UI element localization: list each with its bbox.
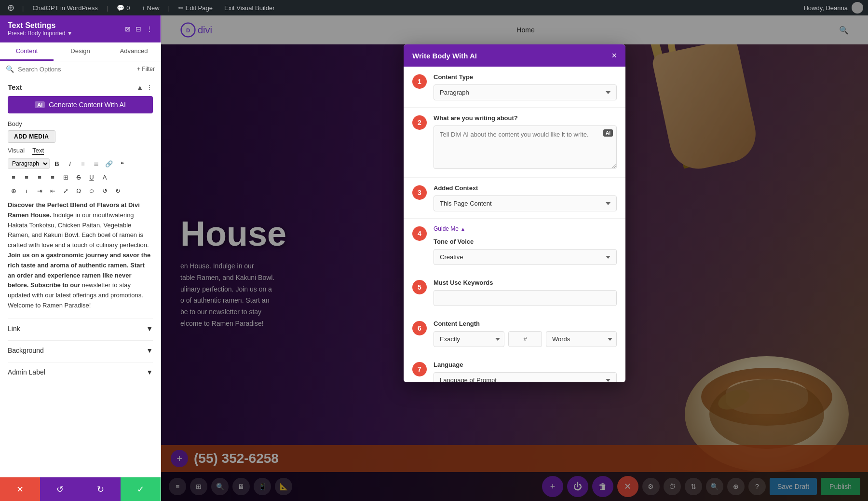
cancel-button[interactable]: ✕ bbox=[0, 477, 40, 501]
content-length-row: Exactly At least At most About Words Sen… bbox=[434, 331, 617, 347]
text-section-collapse[interactable]: ▲ bbox=[136, 84, 143, 91]
reset-button[interactable]: ↺ bbox=[40, 477, 80, 501]
admin-bar-howdy: Howdy, Deanna bbox=[803, 2, 863, 14]
wp-logo-icon[interactable]: ⊕ bbox=[5, 2, 16, 14]
unordered-list-button[interactable]: ≡ bbox=[77, 158, 89, 169]
bold-button[interactable]: B bbox=[51, 158, 63, 169]
ordered-list-button[interactable]: ≣ bbox=[90, 158, 102, 169]
site-preview: D divi Home 🔍 bbox=[161, 15, 868, 501]
outdent-button[interactable]: ⇤ bbox=[47, 185, 58, 196]
align-center-button[interactable]: ≡ bbox=[21, 171, 32, 183]
add-media-button[interactable]: ADD MEDIA bbox=[8, 130, 55, 143]
step-2-content: What are you writing about? AI bbox=[434, 114, 617, 170]
sidebar-preset[interactable]: Preset: Body Imported ▼ bbox=[8, 30, 73, 37]
search-icon: 🔍 bbox=[6, 65, 14, 73]
modal-close-button[interactable]: × bbox=[611, 51, 617, 60]
step-1-label: Content Type bbox=[434, 73, 617, 81]
content-length-number-input[interactable] bbox=[508, 331, 542, 347]
step-1-content-type: 1 Content Type Paragraph List Heading Qu… bbox=[404, 67, 625, 108]
text-settings-panel: Text Settings Preset: Body Imported ▼ ⊠ … bbox=[0, 15, 161, 501]
write-body-modal: Write Body With AI × 1 Content Type Para… bbox=[404, 44, 625, 382]
editor-tab-text[interactable]: Text bbox=[32, 147, 44, 155]
admin-bar: ⊕ | ChatGPT in WordPress | 💬 0 + New | ✏… bbox=[0, 0, 868, 15]
sidebar-title: Text Settings bbox=[8, 21, 73, 30]
editor-body-text: Discover the Perfect Blend of Flavors at… bbox=[8, 200, 153, 311]
admin-bar-site-name[interactable]: ChatGPT in WordPress bbox=[29, 4, 100, 12]
background-section-header[interactable]: Background ▼ bbox=[8, 347, 153, 354]
text-section-title: Text bbox=[8, 83, 22, 91]
admin-bar-comments[interactable]: 💬 0 bbox=[114, 4, 133, 12]
emoji-button[interactable]: ☺ bbox=[86, 185, 97, 196]
step-4-content: Guide Me ▲ Tone of Voice Creative Profes… bbox=[434, 225, 617, 265]
special-chars-button[interactable]: Ω bbox=[73, 185, 84, 196]
text-color-button[interactable]: A bbox=[99, 171, 110, 183]
link-section-header[interactable]: Link ▼ bbox=[8, 325, 153, 333]
editor-tab-visual[interactable]: Visual bbox=[8, 147, 25, 155]
step-1-number: 1 bbox=[412, 74, 427, 89]
tab-advanced[interactable]: Advanced bbox=[107, 42, 161, 61]
step-5-label: Must Use Keywords bbox=[434, 279, 617, 286]
guide-me-link[interactable]: Guide Me ▲ bbox=[434, 225, 465, 232]
content-length-unit-select[interactable]: Words Sentences Paragraphs bbox=[546, 331, 617, 347]
editor-toolbar-row3: ⊕ i ⇥ ⇤ ⤢ Ω ☺ ↺ ↻ bbox=[8, 185, 153, 196]
content-type-select[interactable]: Paragraph List Heading Quote bbox=[434, 84, 617, 100]
paragraph-select[interactable]: Paragraph bbox=[8, 158, 50, 169]
table-button[interactable]: ⊞ bbox=[60, 171, 71, 183]
step-6-number: 6 bbox=[412, 321, 427, 335]
sidebar-content: Text ▲ ⋮ AI Generate Content With AI Bod… bbox=[0, 77, 161, 477]
undo-button[interactable]: ↺ bbox=[99, 185, 110, 196]
sidebar-fullscreen-icon[interactable]: ⊠ bbox=[125, 25, 131, 33]
ai-badge: AI bbox=[35, 101, 45, 108]
writing-topic-textarea[interactable] bbox=[434, 125, 617, 169]
filter-button[interactable]: + Filter bbox=[137, 66, 155, 72]
text-section-more[interactable]: ⋮ bbox=[146, 84, 153, 91]
step-6-content: Content Length Exactly At least At most … bbox=[434, 320, 617, 347]
step-3-number: 3 bbox=[412, 185, 427, 200]
editor-toolbar-row2: ≡ ≡ ≡ ≡ ⊞ S U A bbox=[8, 171, 153, 183]
generate-content-button[interactable]: AI Generate Content With AI bbox=[8, 96, 153, 113]
step-4-label: Tone of Voice bbox=[434, 238, 617, 245]
step-7-label: Language bbox=[434, 361, 617, 368]
align-right-button[interactable]: ≡ bbox=[34, 171, 45, 183]
step-6-label: Content Length bbox=[434, 320, 617, 327]
added-context-select[interactable]: This Page Content No Context Custom Cont… bbox=[434, 195, 617, 211]
background-section: Background ▼ bbox=[8, 340, 153, 354]
ai-textarea-icon: AI bbox=[603, 129, 613, 137]
writing-topic-wrap: AI bbox=[434, 125, 617, 170]
redo-button[interactable]: ↻ bbox=[112, 185, 123, 196]
fullscreen-editor-button[interactable]: ⤢ bbox=[60, 185, 71, 196]
content-length-qualifier-select[interactable]: Exactly At least At most About bbox=[434, 331, 504, 347]
admin-bar-edit-page[interactable]: ✏ Edit Page bbox=[176, 4, 216, 12]
redo-button[interactable]: ↻ bbox=[81, 477, 121, 501]
link-button[interactable]: 🔗 bbox=[103, 158, 115, 169]
align-left-button[interactable]: ≡ bbox=[8, 171, 19, 183]
admin-bar-new[interactable]: + New bbox=[138, 4, 162, 12]
tab-design[interactable]: Design bbox=[54, 42, 107, 61]
paste-button[interactable]: ⊕ bbox=[8, 185, 19, 196]
sidebar-more-icon[interactable]: ⋮ bbox=[146, 25, 153, 33]
tab-content[interactable]: Content bbox=[0, 42, 54, 61]
sidebar-bottom-buttons: ✕ ↺ ↻ ✓ bbox=[0, 477, 161, 501]
language-select[interactable]: Language of Prompt English Spanish Frenc… bbox=[434, 372, 617, 382]
indent-button[interactable]: ⇥ bbox=[34, 185, 45, 196]
user-avatar bbox=[852, 2, 863, 14]
blockquote-button[interactable]: ❝ bbox=[116, 158, 128, 169]
admin-label-section-header[interactable]: Admin Label ▼ bbox=[8, 368, 153, 376]
underline-button[interactable]: U bbox=[86, 171, 97, 183]
editor-toolbar-row1: Paragraph B I ≡ ≣ 🔗 ❝ bbox=[8, 158, 153, 169]
tone-of-voice-select[interactable]: Creative Professional Casual Formal Frie… bbox=[434, 249, 617, 265]
align-justify-button[interactable]: ≡ bbox=[47, 171, 58, 183]
strikethrough-button[interactable]: S bbox=[73, 171, 84, 183]
modal-title: Write Body With AI bbox=[412, 52, 477, 60]
sidebar-split-icon[interactable]: ⊟ bbox=[136, 25, 141, 33]
italic2-button[interactable]: i bbox=[21, 185, 32, 196]
step-7-number: 7 bbox=[412, 362, 427, 376]
sidebar-tabs: Content Design Advanced bbox=[0, 42, 161, 61]
keywords-input[interactable] bbox=[434, 290, 617, 306]
search-input[interactable] bbox=[18, 66, 133, 73]
link-section: Link ▼ bbox=[8, 319, 153, 333]
step-2-label: What are you writing about? bbox=[434, 114, 617, 122]
admin-bar-exit-builder[interactable]: Exit Visual Builder bbox=[221, 4, 278, 12]
apply-button[interactable]: ✓ bbox=[121, 477, 161, 501]
italic-button[interactable]: I bbox=[64, 158, 76, 169]
